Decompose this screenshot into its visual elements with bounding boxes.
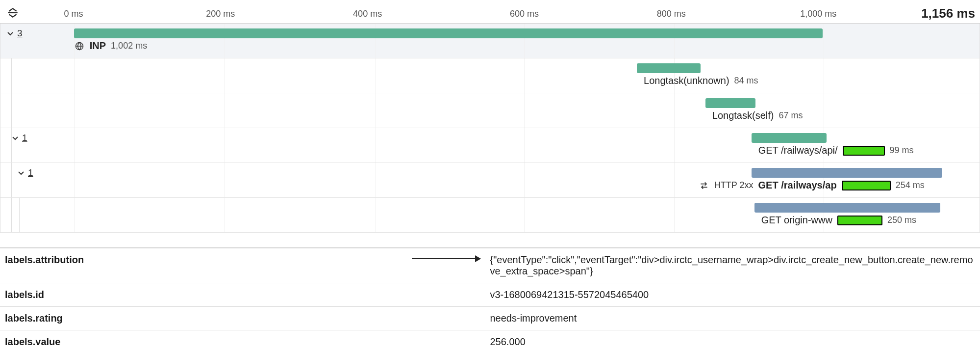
redacted-segment <box>842 181 891 190</box>
axis-tick: 400 ms <box>353 9 382 19</box>
span-bar[interactable] <box>754 203 940 213</box>
span-name: Longtask(self) <box>712 110 774 121</box>
span-name: GET origin-www <box>761 215 832 226</box>
span-name: GET /railways/ap <box>758 180 837 191</box>
waterfall-row[interactable]: 1HTTP 2xxGET /railways/ap254 ms <box>0 163 980 198</box>
child-count: 3 <box>17 28 23 39</box>
span-bar[interactable] <box>74 28 823 38</box>
span-duration: 254 ms <box>896 180 925 190</box>
detail-key: labels.id <box>5 289 490 300</box>
detail-row: labels.ratingneeds-improvement <box>0 307 980 330</box>
span-duration: 250 ms <box>887 215 916 225</box>
detail-value: v3-1680069421315-5572045465400 <box>490 289 976 300</box>
child-count: 1 <box>28 167 33 178</box>
detail-value: needs-improvement <box>490 313 976 324</box>
detail-row: labels.value256.000 <box>0 330 980 352</box>
expand-toggle[interactable]: 1 <box>17 167 33 178</box>
detail-value: {"eventType":"click","eventTarget":"div>… <box>490 254 976 277</box>
detail-row: labels.attribution{"eventType":"click","… <box>0 248 980 283</box>
span-label: INP1,002 ms <box>74 40 147 52</box>
collapse-all-icon[interactable] <box>5 6 21 20</box>
span-label: Longtask(unknown)84 ms <box>644 75 758 86</box>
span-label: HTTP 2xxGET /railways/ap254 ms <box>699 180 925 191</box>
axis-end-label: 1,156 ms <box>921 6 975 21</box>
redacted-segment <box>837 216 882 225</box>
detail-key: labels.value <box>5 336 490 348</box>
detail-key: labels.attribution <box>5 254 490 277</box>
axis-tick: 800 ms <box>657 9 686 19</box>
child-count: 1 <box>22 133 27 143</box>
chevron-down-icon <box>6 29 14 37</box>
span-label: GET /railways/api/99 ms <box>758 145 914 156</box>
span-duration: 99 ms <box>890 145 914 156</box>
time-axis: 0 ms200 ms400 ms600 ms800 ms1,000 ms1,15… <box>0 0 980 24</box>
waterfall-row[interactable]: Longtask(self)67 ms <box>0 93 980 128</box>
axis-tick: 600 ms <box>510 9 539 19</box>
span-label: GET origin-www250 ms <box>761 215 916 226</box>
span-name: Longtask(unknown) <box>644 75 729 86</box>
annotation-arrow <box>412 258 480 259</box>
outgoing-request-icon <box>699 180 709 191</box>
chevron-down-icon <box>11 134 19 142</box>
span-name: GET /railways/api/ <box>758 145 838 156</box>
waterfall-row[interactable]: GET origin-www250 ms <box>0 198 980 233</box>
details-table: labels.attribution{"eventType":"click","… <box>0 247 980 352</box>
detail-row: labels.idv3-1680069421315-5572045465400 <box>0 283 980 307</box>
axis-tick: 0 ms <box>64 9 83 19</box>
span-label: Longtask(self)67 ms <box>712 110 803 121</box>
waterfall-row[interactable]: Longtask(unknown)84 ms <box>0 58 980 93</box>
axis-tick: 200 ms <box>206 9 235 19</box>
span-duration: 1,002 ms <box>111 41 147 51</box>
expand-toggle[interactable]: 3 <box>6 28 23 39</box>
expand-toggle[interactable]: 1 <box>11 133 27 143</box>
span-duration: 84 ms <box>734 76 758 86</box>
detail-key: labels.rating <box>5 313 490 324</box>
axis-tick: 1,000 ms <box>800 9 836 19</box>
globe-icon <box>74 41 85 52</box>
span-duration: 67 ms <box>779 110 803 121</box>
span-bar[interactable] <box>752 133 827 143</box>
span-name: INP <box>90 40 106 52</box>
http-status-badge: HTTP 2xx <box>714 180 754 190</box>
waterfall-row[interactable]: 3INP1,002 ms <box>0 24 980 58</box>
redacted-segment <box>843 146 885 156</box>
waterfall-rows: 3INP1,002 msLongtask(unknown)84 msLongta… <box>0 24 980 233</box>
span-bar[interactable] <box>637 63 701 73</box>
detail-value: 256.000 <box>490 336 976 348</box>
waterfall-row[interactable]: 1GET /railways/api/99 ms <box>0 128 980 163</box>
chevron-down-icon <box>17 169 25 177</box>
span-bar[interactable] <box>752 168 942 178</box>
span-bar[interactable] <box>705 98 755 108</box>
